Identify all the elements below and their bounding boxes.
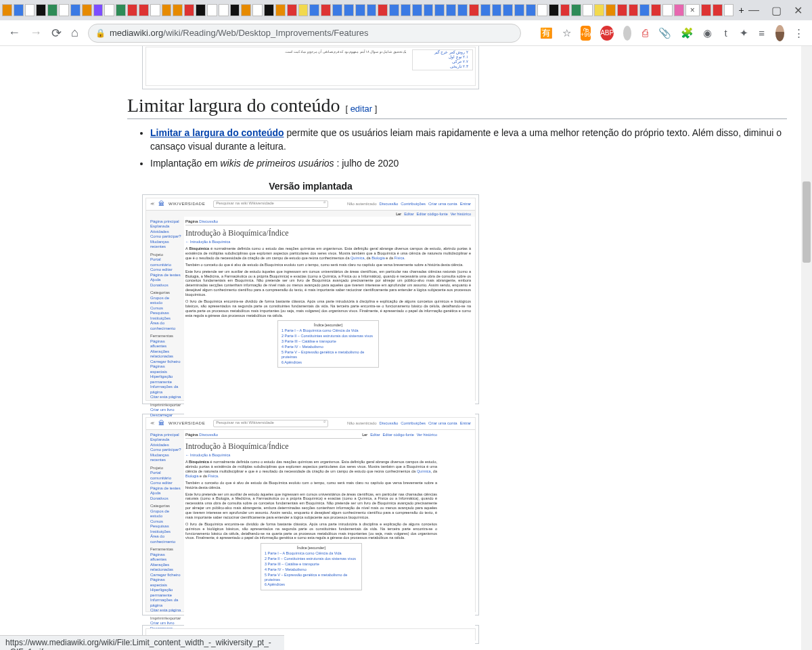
bookmark-icon[interactable]: ☆ (562, 26, 571, 41)
browser-tab[interactable] (264, 4, 274, 16)
feature-link[interactable]: Limitar a largura do conteúdo (150, 127, 284, 138)
browser-tab[interactable] (25, 4, 35, 16)
browser-tab[interactable] (674, 4, 684, 16)
browser-tab[interactable] (82, 4, 92, 16)
window-minimize-button[interactable]: — (748, 4, 759, 17)
clip-icon[interactable]: 📎 (658, 26, 671, 41)
reading-list-icon[interactable]: ≡ (758, 26, 766, 41)
browser-tab[interactable] (355, 4, 365, 16)
browser-tab[interactable] (503, 4, 513, 16)
browser-tab[interactable] (724, 4, 734, 16)
kebab-menu-icon[interactable]: ⋮ (794, 26, 804, 41)
browser-tab[interactable] (332, 4, 342, 16)
browser-tab[interactable] (207, 4, 217, 16)
browser-tab[interactable] (162, 4, 172, 16)
profile-avatar[interactable] (775, 25, 784, 41)
pdf-icon[interactable]: ⎙ (641, 26, 649, 41)
browser-tab[interactable] (713, 4, 723, 16)
extension-badge-icon[interactable]: 🛍 +99 (581, 26, 591, 41)
browser-tab[interactable] (526, 4, 536, 16)
back-button[interactable]: ← (8, 26, 20, 40)
new-tab-button[interactable]: + (738, 5, 744, 16)
browser-tab[interactable] (173, 4, 183, 16)
screenshot-thumb[interactable]: یک تحقیق شامل دو سوال ۱۸ آیتم مفهوم بود … (142, 46, 479, 89)
address-bar[interactable]: 🔒 mediawiki.org /wiki/Reading/Web/Deskto… (88, 24, 521, 43)
browser-tab[interactable] (549, 4, 559, 16)
window-close-button[interactable]: ✕ (794, 4, 803, 17)
circle-icon[interactable]: ◉ (703, 26, 712, 41)
browser-tab-active[interactable]: × (685, 4, 700, 16)
browser-tab[interactable] (401, 4, 411, 16)
browser-tab[interactable] (617, 4, 627, 16)
page-viewport[interactable]: یک تحقیق شامل دو سوال ۱۸ آیتم مفهوم بود … (0, 46, 812, 650)
browser-tab[interactable] (606, 4, 616, 16)
forward-button[interactable]: → (30, 26, 42, 40)
browser-tab[interactable] (701, 4, 711, 16)
extension-icon[interactable] (623, 26, 631, 41)
browser-tab[interactable] (36, 4, 46, 16)
browser-tab[interactable] (116, 4, 126, 16)
browser-tab[interactable] (139, 4, 149, 16)
scrollbar-thumb[interactable] (803, 181, 811, 263)
browser-tab[interactable] (298, 4, 309, 16)
browser-tab[interactable] (70, 4, 81, 16)
screenshot-thumb[interactable]: ≪ 🏛 WIKIVERSIDADE Pesquisar na wiki Wiki… (142, 414, 479, 615)
scrollbar-track[interactable] (801, 46, 812, 650)
browser-tab[interactable] (275, 4, 286, 16)
browser-tab[interactable] (583, 4, 593, 16)
browser-tab[interactable] (47, 4, 58, 16)
browser-tab[interactable] (412, 4, 422, 16)
browser-tab[interactable] (104, 4, 114, 16)
window-maximize-button[interactable]: ▢ (771, 4, 782, 17)
edit-link[interactable]: editar (351, 104, 373, 114)
url-host: mediawiki.org (110, 28, 163, 38)
screenshot-thumb[interactable]: ≪ 🏛 WIKIVERSIDADE Pesquisar na wiki Wiki… (142, 194, 479, 404)
browser-tab[interactable] (184, 4, 194, 16)
browser-tab[interactable] (389, 4, 399, 16)
browser-tab[interactable] (59, 4, 69, 16)
browser-tab[interactable] (594, 4, 604, 16)
browser-tab[interactable] (241, 4, 251, 16)
browser-tab[interactable] (150, 4, 160, 16)
browser-tab[interactable] (93, 4, 104, 16)
browser-tab[interactable] (14, 4, 24, 16)
browser-tab[interactable] (514, 4, 524, 16)
browser-tab[interactable] (127, 4, 137, 16)
browser-tab[interactable] (434, 4, 445, 16)
browser-tab[interactable] (367, 4, 377, 16)
browser-tab[interactable] (309, 4, 319, 16)
browser-tab[interactable] (651, 4, 661, 16)
bullet-item: Limitar a largura do conteúdo permite qu… (150, 126, 787, 154)
browser-tab[interactable] (378, 4, 388, 16)
browser-tab[interactable] (469, 4, 479, 16)
browser-tab[interactable] (446, 4, 456, 16)
browser-tab[interactable] (424, 4, 434, 16)
mini-sidebar: Página principalEsplanada AtividadesComo… (146, 430, 184, 650)
browser-tab[interactable] (537, 4, 547, 16)
browser-tab[interactable] (560, 4, 570, 16)
puzzle-icon[interactable]: 🧩 (681, 26, 694, 41)
browser-tab[interactable] (321, 4, 331, 16)
browser-tab[interactable] (2, 4, 12, 16)
edit-section: [ editar ] (345, 104, 377, 114)
browser-tab[interactable] (287, 4, 297, 16)
browser-tab[interactable] (571, 4, 581, 16)
browser-tab[interactable] (662, 4, 673, 16)
browser-tab[interactable] (252, 4, 263, 16)
browser-tab[interactable] (230, 4, 240, 16)
tumblr-icon[interactable]: t (721, 26, 729, 41)
extensions-menu-icon[interactable]: ✦ (740, 26, 748, 41)
translate-icon[interactable]: 🈶 (540, 26, 553, 41)
browser-tab[interactable] (196, 4, 206, 16)
abp-icon[interactable]: ABP (600, 26, 614, 41)
browser-tab[interactable] (629, 4, 639, 16)
browser-tab[interactable] (492, 4, 502, 16)
reload-button[interactable]: ⟳ (51, 26, 62, 41)
browser-tab[interactable] (639, 4, 650, 16)
browser-tab[interactable] (219, 4, 229, 16)
browser-tab[interactable] (457, 4, 468, 16)
browser-tab[interactable] (480, 4, 491, 16)
browser-tab[interactable] (344, 4, 354, 16)
home-button[interactable]: ⌂ (71, 26, 78, 40)
lock-icon: 🔒 (95, 28, 106, 38)
